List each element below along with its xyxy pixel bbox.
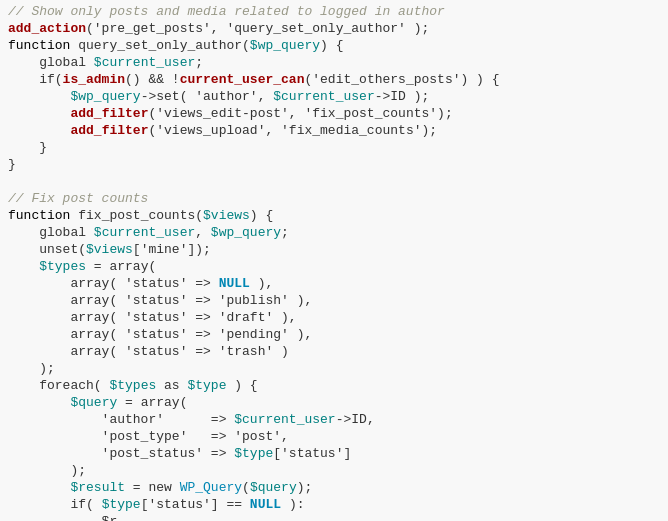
code-line-content: if( $type['status'] == NULL ): <box>8 497 660 512</box>
code-token: ->ID ); <box>375 89 430 104</box>
code-token: if( <box>8 72 63 87</box>
code-token <box>8 123 70 138</box>
code-token: as <box>156 378 187 393</box>
code-token <box>8 395 70 410</box>
code-token: ); <box>8 463 86 478</box>
code-token: $current_user <box>94 55 195 70</box>
code-token: $type <box>102 497 141 512</box>
code-token: $query <box>250 480 297 495</box>
code-token: ('edit_others_posts') ) { <box>304 72 499 87</box>
code-token: NULL <box>250 497 281 512</box>
code-token <box>8 106 70 121</box>
code-token: $query <box>70 395 117 410</box>
code-token: ('views_edit-post', 'fix_post_counts'); <box>148 106 452 121</box>
table-row: array( 'status' => 'trash' ) <box>0 344 668 361</box>
code-line-content: $r... <box>8 514 660 521</box>
code-token: ) { <box>250 208 273 223</box>
code-line-content: $result = new WP_Query($query); <box>8 480 660 495</box>
code-token: $wp_query <box>70 89 140 104</box>
table-row <box>0 174 668 191</box>
table-row: add_filter('views_edit-post', 'fix_post_… <box>0 106 668 123</box>
code-token: $type <box>234 446 273 461</box>
code-line-content: array( 'status' => NULL ), <box>8 276 660 291</box>
code-line-content: array( 'status' => 'publish' ), <box>8 293 660 308</box>
table-row: $types = array( <box>0 259 668 276</box>
code-token: $current_user <box>94 225 195 240</box>
table-row: 'post_status' => $type['status'] <box>0 446 668 463</box>
code-token: array( 'status' => 'pending' ), <box>8 327 312 342</box>
code-line-content: ); <box>8 361 660 376</box>
code-line-content: foreach( $types as $type ) { <box>8 378 660 393</box>
table-row: } <box>0 140 668 157</box>
code-line-content: 'post_type' => 'post', <box>8 429 660 444</box>
table-row: add_filter('views_upload', 'fix_media_co… <box>0 123 668 140</box>
table-row: ); <box>0 361 668 378</box>
code-token: () && ! <box>125 72 180 87</box>
code-line-content: $query = array( <box>8 395 660 410</box>
table-row: array( 'status' => 'pending' ), <box>0 327 668 344</box>
table-row: unset($views['mine']); <box>0 242 668 259</box>
code-line-content: 'author' => $current_user->ID, <box>8 412 660 427</box>
code-token: global <box>8 225 94 240</box>
code-line-content: global $current_user, $wp_query; <box>8 225 660 240</box>
code-line-content: // Show only posts and media related to … <box>8 4 660 19</box>
table-row: // Fix post counts <box>0 191 668 208</box>
table-row: if( $type['status'] == NULL ): <box>0 497 668 514</box>
table-row: global $current_user, $wp_query; <box>0 225 668 242</box>
table-row: 'author' => $current_user->ID, <box>0 412 668 429</box>
code-line-content: function query_set_only_author($wp_query… <box>8 38 660 53</box>
table-row: $query = array( <box>0 395 668 412</box>
code-token: array( 'status' => 'publish' ), <box>8 293 312 308</box>
table-row: } <box>0 157 668 174</box>
code-token: // Fix post counts <box>8 191 148 206</box>
code-token: ); <box>406 21 429 36</box>
table-row: ); <box>0 463 668 480</box>
code-line-content: unset($views['mine']); <box>8 242 660 257</box>
code-token: ('views_upload', 'fix_media_counts'); <box>148 123 437 138</box>
code-line-content: global $current_user; <box>8 55 660 70</box>
code-line-content: array( 'status' => 'draft' ), <box>8 310 660 325</box>
code-editor: // Show only posts and media related to … <box>0 0 668 521</box>
table-row: array( 'status' => 'publish' ), <box>0 293 668 310</box>
code-token: query_set_only_author( <box>70 38 249 53</box>
code-token: = array( <box>117 395 187 410</box>
code-line-content: // Fix post counts <box>8 191 660 206</box>
code-token: if( <box>8 497 102 512</box>
code-token: } <box>8 140 47 155</box>
table-row: if(is_admin() && !current_user_can('edit… <box>0 72 668 89</box>
code-token: , <box>195 225 211 240</box>
code-token: $wp_query <box>211 225 281 240</box>
table-row: foreach( $types as $type ) { <box>0 378 668 395</box>
code-token: 'author' => <box>8 412 234 427</box>
code-line-content: add_action('pre_get_posts', 'query_set_o… <box>8 21 660 36</box>
code-token: ), <box>250 276 273 291</box>
code-token: global <box>8 55 94 70</box>
code-token: 'post_status' => <box>8 446 234 461</box>
code-line-content: array( 'status' => 'trash' ) <box>8 344 660 359</box>
code-line-content: ); <box>8 463 660 478</box>
table-row: 'post_type' => 'post', <box>0 429 668 446</box>
code-token <box>8 89 70 104</box>
code-token: $type <box>187 378 226 393</box>
code-token <box>8 480 70 495</box>
table-row: $r... <box>0 514 668 521</box>
code-line-content: } <box>8 140 660 155</box>
code-token: = array( <box>86 259 156 274</box>
code-token: ) { <box>226 378 257 393</box>
table-row: $result = new WP_Query($query); <box>0 480 668 497</box>
code-token: ); <box>297 480 313 495</box>
code-token: array( 'status' => 'draft' ), <box>8 310 297 325</box>
code-token: array( 'status' => <box>8 276 219 291</box>
code-token <box>8 259 39 274</box>
table-row: $wp_query->set( 'author', $current_user-… <box>0 89 668 106</box>
code-token: foreach( <box>8 378 109 393</box>
code-token: $views <box>86 242 133 257</box>
code-line-content: add_filter('views_edit-post', 'fix_post_… <box>8 106 660 121</box>
code-line-content: array( 'status' => 'pending' ), <box>8 327 660 342</box>
table-row: function query_set_only_author($wp_query… <box>0 38 668 55</box>
code-token: WP_Query <box>180 480 242 495</box>
code-token: $current_user <box>234 412 335 427</box>
code-token: $types <box>109 378 156 393</box>
code-line-content: add_filter('views_upload', 'fix_media_co… <box>8 123 660 138</box>
code-token: ->ID, <box>336 412 375 427</box>
